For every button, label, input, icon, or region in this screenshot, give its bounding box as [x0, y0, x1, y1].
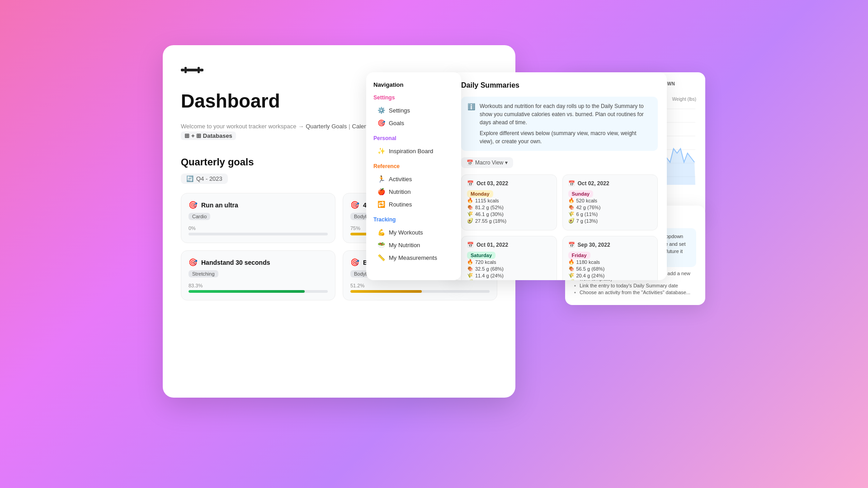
macro-row-fat: 🥑 27.55 g (18%) [467, 218, 551, 224]
nav-category-settings: Settings [373, 94, 454, 101]
svg-rect-3 [198, 67, 200, 73]
calendar-icon: 📅 [467, 160, 473, 166]
protein-value: 42 g (76%) [576, 205, 601, 210]
macro-view-button[interactable]: 📅 Macro View ▾ [461, 157, 513, 168]
nav-item-activities[interactable]: 🏃 Activities [373, 173, 454, 185]
fat-value: 6.6 g (8%) [576, 280, 599, 281]
protein-value: 81.2 g (52%) [475, 205, 504, 210]
macro-row-protein: 🍖 81.2 g (52%) [467, 204, 551, 210]
macro-row-carbs: 🌾 11.4 g (24%) [467, 272, 551, 278]
macro-row-kcal: 🔥 720 kcals [467, 259, 551, 265]
nav-category-tracking: Tracking [373, 216, 454, 223]
progress-bar-container [189, 233, 328, 235]
summary-date-row: 📅 Oct 02, 2022 [568, 180, 652, 187]
navigation-panel: Navigation Settings ⚙️ Settings 🎯 Goals … [366, 72, 461, 280]
nav-item-my-measurements[interactable]: 📏 My Measurements [373, 252, 454, 263]
inspiration-icon: ✨ [377, 147, 385, 155]
goal-card-header: 🎯 Run an ultra [189, 201, 328, 209]
protein-icon: 🍖 [467, 204, 473, 210]
goal-title: Run an ultra [201, 202, 238, 209]
protein-value: 32.5 g (68%) [475, 266, 504, 272]
svg-rect-0 [181, 69, 184, 71]
nav-item-label: My Workouts [389, 229, 423, 236]
quarter-badge: 🔄 Q4 - 2023 [181, 174, 228, 184]
summary-date-row: 📅 Oct 03, 2022 [467, 180, 551, 187]
goal-icon: 🎯 [189, 201, 198, 209]
fat-icon: 🥑 [467, 218, 473, 224]
fat-icon: 🥑 [467, 279, 473, 280]
goals-icon: 🎯 [377, 119, 385, 127]
fat-value: 27.55 g (18%) [475, 218, 506, 224]
calendar-icon: 📅 [568, 242, 575, 248]
routines-icon: 🔁 [377, 201, 385, 208]
breadcrumb-quarterly-goals[interactable]: Quarterly Goals [306, 123, 347, 130]
macro-row-fat: 🥑 7 g (13%) [568, 218, 652, 224]
goal-tag: Cardio [189, 213, 210, 220]
calendar-icon: 📅 [467, 242, 474, 248]
fat-icon: 🥑 [568, 218, 575, 224]
nav-item-label: Activities [389, 176, 412, 183]
nav-item-label: Nutrition [389, 188, 410, 195]
macro-view-label: Macro View ▾ [475, 160, 508, 166]
setup-step-2: Link the entry to today's Daily Summary … [574, 283, 696, 288]
activities-icon: 🏃 [377, 175, 385, 183]
goal-card-run: 🎯 Run an ultra Cardio 0% [181, 193, 335, 243]
summary-card-oct01: 📅 Oct 01, 2022 Saturday 🔥 720 kcals 🍖 32… [461, 236, 557, 280]
daily-info-box: ℹ️ Workouts and nutrition for each day r… [461, 97, 658, 151]
goal-card-header: 🎯 Handstand 30 seconds [189, 258, 328, 267]
summary-grid: 📅 Oct 03, 2022 Monday 🔥 1115 kcals 🍖 81.… [461, 174, 658, 280]
nav-item-settings[interactable]: ⚙️ Settings [373, 104, 454, 116]
summary-card-oct03: 📅 Oct 03, 2022 Monday 🔥 1115 kcals 🍖 81.… [461, 174, 557, 230]
app-logo [181, 63, 203, 77]
my-nutrition-icon: 🥗 [377, 241, 385, 249]
progress-text: 83.3% [189, 283, 328, 288]
summary-date-row: 📅 Oct 01, 2022 [467, 242, 551, 248]
svg-rect-4 [200, 69, 203, 71]
main-container: Dashboard Welcome to your workout tracke… [163, 45, 705, 443]
fire-icon: 🔥 [467, 197, 473, 203]
goal-icon: 🎯 [189, 258, 198, 267]
macro-row-kcal: 🔥 1115 kcals [467, 197, 551, 203]
day-badge-saturday: Saturday [467, 252, 495, 259]
goal-tag: Stretching [189, 270, 218, 277]
carbs-icon: 🌾 [467, 211, 473, 217]
nav-item-label: My Nutrition [389, 242, 420, 249]
svg-rect-2 [187, 69, 198, 71]
carbs-value: 11.4 g (24%) [475, 273, 504, 278]
nav-item-inspiration[interactable]: ✨ Inspiration Board [373, 145, 454, 157]
kcal-value: 1115 kcals [475, 198, 499, 203]
kcal-value: 720 kcals [475, 259, 496, 265]
summary-date: Oct 03, 2022 [476, 180, 508, 187]
nav-item-label: Goals [389, 120, 404, 127]
nav-item-my-nutrition[interactable]: 🥗 My Nutrition [373, 239, 454, 251]
carbs-icon: 🌾 [568, 272, 575, 278]
carbs-icon: 🌾 [568, 211, 575, 217]
nav-item-label: My Measurements [389, 254, 437, 261]
nav-category-reference: Reference [373, 163, 454, 169]
goal-card-handstand: 🎯 Handstand 30 seconds Stretching 83.3% [181, 250, 335, 300]
day-badge-friday: Friday [568, 252, 590, 259]
calendar-icon: 📅 [467, 180, 474, 187]
carbs-value: 46.1 g (30%) [475, 211, 504, 217]
nav-item-nutrition-ref[interactable]: 🍎 Nutrition [373, 186, 454, 197]
database-icon: ⊞ [184, 132, 189, 139]
nav-item-goals[interactable]: 🎯 Goals [373, 117, 454, 129]
nutrition-icon: 🍎 [377, 188, 385, 195]
my-workouts-icon: 💪 [377, 229, 385, 236]
macro-row-carbs: 🌾 6 g (11%) [568, 211, 652, 217]
progress-bar-container [350, 290, 490, 293]
nav-item-my-workouts[interactable]: 💪 My Workouts [373, 226, 454, 238]
fat-value: 4.2 g (9%) [475, 280, 498, 281]
fire-icon: 🔥 [568, 259, 575, 265]
carbs-value: 20.4 g (24%) [576, 273, 605, 278]
kcal-value: 520 kcals [576, 198, 597, 203]
nav-item-routines[interactable]: 🔁 Routines [373, 198, 454, 210]
nav-section-title: Navigation [373, 81, 454, 88]
nav-item-label: Routines [389, 201, 412, 208]
day-badge-sunday: Sunday [568, 190, 594, 197]
daily-summaries-title: Daily Summaries [461, 81, 658, 89]
breadcrumb-databases[interactable]: ⊞ + ⊞ Databases [181, 131, 236, 140]
macro-row-kcal: 🔥 520 kcals [568, 197, 652, 203]
daily-info-text-2: Explore different views below (summary v… [480, 129, 651, 145]
refresh-icon: 🔄 [186, 175, 193, 182]
